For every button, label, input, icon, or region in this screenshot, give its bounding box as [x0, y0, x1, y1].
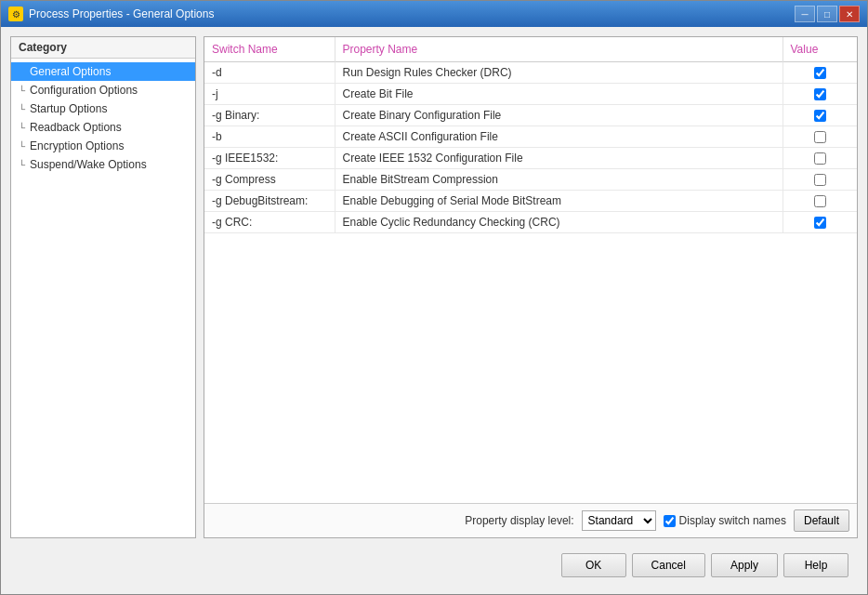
col-header-property: Property Name [335, 37, 783, 62]
display-switch-names-label[interactable]: Display switch names [664, 514, 786, 527]
bottom-options: Property display level: Standard Advance… [204, 503, 857, 537]
switch-name-cell: -d [204, 62, 335, 84]
property-name-cell: Run Design Rules Checker (DRC) [335, 62, 783, 84]
sidebar-item-suspend-wake-options[interactable]: └ Suspend/Wake Options [11, 155, 195, 174]
table-header-row: Switch Name Property Name Value [204, 37, 857, 62]
switch-name-cell: -j [204, 84, 335, 105]
table-row: -jCreate Bit File [204, 84, 857, 105]
title-bar-left: ⚙ Process Properties - General Options [8, 7, 214, 21]
value-cell [783, 84, 857, 105]
property-name-cell: Create IEEE 1532 Configuration File [335, 148, 783, 169]
sidebar-item-encryption-options[interactable]: └ Encryption Options [11, 137, 195, 155]
indent-icon: └ [19, 86, 30, 96]
property-display-level-label: Property display level: [465, 514, 573, 527]
switch-name-cell: -g CRC: [204, 212, 335, 233]
display-switch-names-text: Display switch names [679, 514, 786, 527]
table-row: -g CompressEnable BitStream Compression [204, 169, 857, 191]
value-cell [783, 105, 857, 126]
property-checkbox[interactable] [814, 217, 826, 229]
sidebar: Category General Options └ Configuration… [10, 36, 196, 538]
footer-buttons: OK Cancel Apply Help [10, 546, 858, 585]
property-checkbox[interactable] [814, 131, 826, 143]
indent-icon: └ [19, 104, 30, 114]
main-window: ⚙ Process Properties - General Options ─… [0, 0, 868, 595]
property-checkbox[interactable] [814, 110, 826, 122]
property-checkbox[interactable] [814, 152, 826, 165]
switch-name-cell: -g Compress [204, 169, 335, 191]
sidebar-item-label: Encryption Options [30, 139, 124, 152]
switch-name-cell: -g IEEE1532: [204, 148, 335, 169]
sidebar-item-label: Suspend/Wake Options [30, 158, 147, 171]
property-name-cell: Create ASCII Configuration File [335, 126, 783, 148]
sidebar-item-configuration-options[interactable]: └ Configuration Options [11, 81, 195, 99]
title-bar: ⚙ Process Properties - General Options ─… [1, 1, 867, 27]
ok-button[interactable]: OK [561, 553, 626, 577]
col-header-switch: Switch Name [204, 37, 335, 62]
value-cell [783, 212, 857, 233]
indent-icon: └ [19, 123, 30, 133]
sidebar-item-label: Configuration Options [30, 84, 138, 97]
table-row: -g DebugBitstream:Enable Debugging of Se… [204, 191, 857, 212]
sidebar-item-label: Readback Options [30, 121, 122, 134]
properties-table: Switch Name Property Name Value -dRun De… [204, 37, 857, 233]
minimize-button[interactable]: ─ [795, 6, 815, 22]
indent-icon: └ [19, 141, 30, 152]
table-row: -dRun Design Rules Checker (DRC) [204, 62, 857, 84]
table-row: -bCreate ASCII Configuration File [204, 126, 857, 148]
value-cell [783, 169, 857, 191]
switch-name-cell: -g DebugBitstream: [204, 191, 335, 212]
sidebar-item-startup-options[interactable]: └ Startup Options [11, 99, 195, 118]
title-controls: ─ □ ✕ [795, 6, 860, 22]
table-area: Switch Name Property Name Value -dRun De… [204, 37, 857, 503]
window-icon: ⚙ [8, 7, 23, 21]
switch-name-cell: -b [204, 126, 335, 148]
property-checkbox[interactable] [814, 67, 826, 79]
sidebar-item-general-options[interactable]: General Options [11, 62, 195, 81]
content-area: Category General Options └ Configuration… [1, 27, 867, 594]
main-content: Category General Options └ Configuration… [10, 36, 858, 538]
right-panel: Switch Name Property Name Value -dRun De… [204, 36, 858, 538]
display-switch-names-checkbox[interactable] [664, 515, 676, 527]
property-display-select-wrapper: Standard Advanced Expert [582, 510, 656, 531]
sidebar-item-readback-options[interactable]: └ Readback Options [11, 118, 195, 137]
help-button[interactable]: Help [783, 553, 848, 577]
indent-icon: └ [19, 160, 30, 170]
property-name-cell: Create Bit File [335, 84, 783, 105]
sidebar-item-label: Startup Options [30, 102, 107, 115]
value-cell [783, 126, 857, 148]
default-button[interactable]: Default [794, 509, 849, 532]
maximize-button[interactable]: □ [817, 6, 837, 22]
close-button[interactable]: ✕ [839, 6, 860, 22]
property-name-cell: Enable Debugging of Serial Mode BitStrea… [335, 191, 783, 212]
value-cell [783, 191, 857, 212]
table-row: -g IEEE1532:Create IEEE 1532 Configurati… [204, 148, 857, 169]
cancel-button[interactable]: Cancel [632, 553, 705, 577]
table-row: -g Binary:Create Binary Configuration Fi… [204, 105, 857, 126]
property-checkbox[interactable] [814, 195, 826, 207]
value-cell [783, 148, 857, 169]
property-name-cell: Enable Cyclic Redundancy Checking (CRC) [335, 212, 783, 233]
value-cell [783, 62, 857, 84]
window-title: Process Properties - General Options [29, 7, 214, 20]
sidebar-item-label: General Options [30, 65, 111, 78]
sidebar-items: General Options └ Configuration Options … [11, 59, 195, 178]
property-name-cell: Enable BitStream Compression [335, 169, 783, 191]
property-name-cell: Create Binary Configuration File [335, 105, 783, 126]
sidebar-header: Category [11, 37, 195, 59]
apply-button[interactable]: Apply [711, 553, 778, 577]
switch-name-cell: -g Binary: [204, 105, 335, 126]
property-checkbox[interactable] [814, 88, 826, 100]
table-row: -g CRC:Enable Cyclic Redundancy Checking… [204, 212, 857, 233]
col-header-value: Value [783, 37, 857, 62]
property-display-select[interactable]: Standard Advanced Expert [582, 510, 656, 531]
property-checkbox[interactable] [814, 174, 826, 186]
